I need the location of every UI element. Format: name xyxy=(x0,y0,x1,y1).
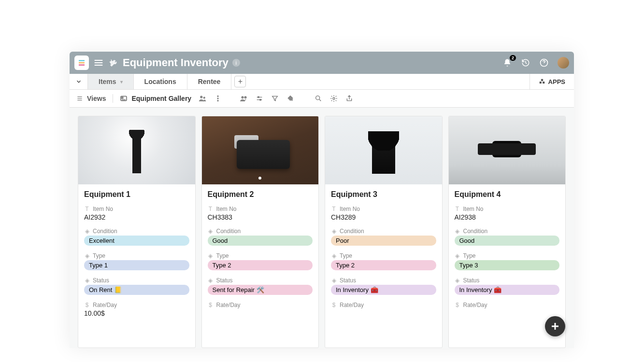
svg-point-9 xyxy=(217,98,219,99)
circle-icon: ◈ xyxy=(455,228,460,234)
field-label-condition: ◈ Condition xyxy=(455,228,560,235)
filter-button[interactable] xyxy=(271,94,279,103)
card-title[interactable]: Equipment 3 xyxy=(331,190,436,199)
text-icon: T xyxy=(331,206,337,212)
collaborators-button[interactable] xyxy=(240,94,248,103)
hamburger-menu[interactable] xyxy=(94,58,103,68)
dollar-icon: $ xyxy=(455,302,460,308)
svg-point-15 xyxy=(316,96,320,100)
field-label-item-no: T Item No xyxy=(331,206,436,212)
views-menu-button[interactable]: Views xyxy=(76,95,106,102)
app-logo[interactable] xyxy=(74,56,89,70)
customize-button[interactable] xyxy=(255,94,264,103)
field-label-type: ◈ Type xyxy=(455,252,560,259)
tools-icon xyxy=(109,57,119,68)
field-label-condition: ◈ Condition xyxy=(208,228,313,235)
tabs-expand-button[interactable] xyxy=(70,74,88,89)
text-icon: T xyxy=(208,206,214,212)
field-label-rate: $ Rate/Day xyxy=(331,302,436,308)
history-icon xyxy=(521,58,530,67)
current-view-button[interactable]: Equipment Gallery xyxy=(120,95,191,102)
card-body: Equipment 3 T Item No CH3289 ◈ Condition… xyxy=(325,184,442,316)
gallery-card[interactable]: Equipment 3 T Item No CH3289 ◈ Condition… xyxy=(325,116,443,348)
search-button[interactable] xyxy=(314,94,323,103)
tab-items[interactable]: Items ▾ xyxy=(88,74,134,89)
export-button[interactable] xyxy=(345,94,354,103)
apps-button[interactable]: APPS xyxy=(530,74,574,89)
apps-label: APPS xyxy=(548,78,565,85)
history-button[interactable] xyxy=(521,58,530,68)
users-icon xyxy=(240,94,248,103)
apps-icon xyxy=(539,78,545,85)
paint-bucket-icon xyxy=(286,95,294,102)
toolbar-divider xyxy=(113,94,113,103)
search-icon xyxy=(315,95,322,102)
field-label-rate: $ Rate/Day xyxy=(84,302,189,308)
people-icon xyxy=(198,94,207,103)
field-value-rate: 10.00$ xyxy=(84,309,189,317)
svg-point-11 xyxy=(242,97,244,99)
field-label-status: ◈ Status xyxy=(84,277,189,284)
label-rate: Rate/Day xyxy=(93,302,117,308)
filter-icon xyxy=(271,95,279,102)
label-condition: Condition xyxy=(93,228,117,235)
tab-items-label: Items xyxy=(99,78,116,85)
label-item-no: Item No xyxy=(340,206,360,212)
card-image[interactable] xyxy=(202,116,319,184)
sliders-icon xyxy=(256,95,263,102)
tab-rentee[interactable]: Rentee xyxy=(187,74,232,89)
label-type: Type xyxy=(463,252,476,259)
header-tools-icon xyxy=(109,58,119,68)
more-vertical-icon xyxy=(214,95,222,102)
add-record-fab[interactable] xyxy=(545,316,565,336)
field-value-item-no: CH3289 xyxy=(331,213,436,221)
field-label-condition: ◈ Condition xyxy=(84,228,189,235)
circle-icon: ◈ xyxy=(455,278,460,283)
logo-icon xyxy=(77,58,86,67)
card-image[interactable] xyxy=(78,116,195,184)
card-image[interactable] xyxy=(449,116,566,184)
settings-button[interactable] xyxy=(329,94,338,103)
page-title: Equipment Inventory xyxy=(123,56,229,69)
label-condition: Condition xyxy=(463,228,488,235)
field-label-condition: ◈ Condition xyxy=(331,228,436,235)
app-window: Equipment Inventory i 2 Items ▾ Locat xyxy=(70,52,574,348)
color-button[interactable] xyxy=(286,94,295,103)
share-view-button[interactable] xyxy=(198,94,207,103)
views-label: Views xyxy=(87,95,106,102)
view-toolbar: Views Equipment Gallery xyxy=(70,90,574,108)
label-type: Type xyxy=(216,252,229,259)
circle-icon: ◈ xyxy=(84,228,90,234)
card-title[interactable]: Equipment 4 xyxy=(455,190,560,199)
card-image[interactable] xyxy=(325,116,442,184)
svg-rect-5 xyxy=(122,97,123,98)
card-title[interactable]: Equipment 1 xyxy=(84,190,189,199)
add-tab-button[interactable]: + xyxy=(234,76,246,87)
view-more-button[interactable] xyxy=(214,94,222,103)
circle-icon: ◈ xyxy=(331,228,337,234)
pill-condition: Good xyxy=(455,236,560,246)
tab-locations[interactable]: Locations xyxy=(134,74,187,89)
svg-rect-1 xyxy=(539,82,541,84)
list-icon xyxy=(76,95,83,102)
view-name-label: Equipment Gallery xyxy=(131,95,191,102)
plus-icon xyxy=(549,320,561,332)
info-icon[interactable]: i xyxy=(232,59,240,67)
user-avatar[interactable] xyxy=(558,57,569,69)
gallery-card[interactable]: Equipment 2 T Item No CH3383 ◈ Condition… xyxy=(201,116,319,348)
text-icon: T xyxy=(455,206,460,212)
card-body: Equipment 2 T Item No CH3383 ◈ Condition… xyxy=(202,184,319,316)
svg-point-13 xyxy=(258,97,259,98)
gallery-card[interactable]: Equipment 1 T Item No AI2932 ◈ Condition… xyxy=(78,116,196,348)
pill-type: Type 3 xyxy=(455,260,560,270)
pill-condition: Excellent xyxy=(84,236,189,246)
card-title[interactable]: Equipment 2 xyxy=(208,190,313,199)
svg-point-8 xyxy=(217,96,219,97)
dollar-icon: $ xyxy=(331,302,337,308)
help-button[interactable] xyxy=(539,58,549,68)
label-status: Status xyxy=(340,277,356,284)
gallery-card[interactable]: Equipment 4 T Item No AI2938 ◈ Condition… xyxy=(448,116,566,348)
text-icon: T xyxy=(84,206,90,212)
gear-icon xyxy=(330,95,338,102)
notifications-button[interactable]: 2 xyxy=(502,58,512,68)
